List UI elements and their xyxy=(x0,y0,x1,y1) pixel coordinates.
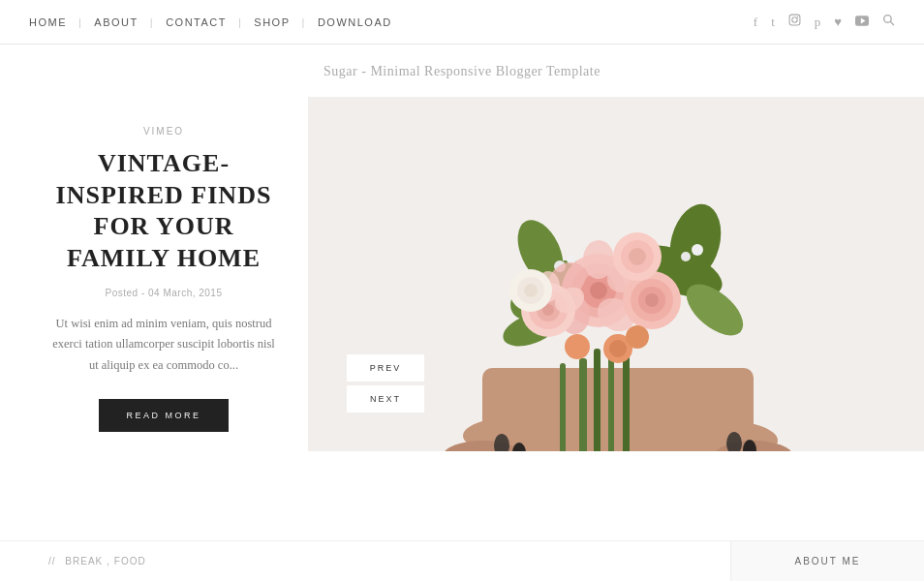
post-excerpt: Ut wisi enim ad minim veniam, quis nostr… xyxy=(48,314,279,376)
next-button[interactable]: NEXT xyxy=(347,385,424,413)
tag-food[interactable]: FOOD xyxy=(114,556,146,566)
svg-point-27 xyxy=(681,252,691,261)
facebook-icon[interactable]: f xyxy=(754,15,757,30)
svg-point-50 xyxy=(626,325,649,349)
read-more-button[interactable]: READ MORE xyxy=(99,399,228,432)
svg-point-54 xyxy=(524,284,538,297)
header: HOME | ABOUT | CONTACT | SHOP | DOWNLOAD… xyxy=(0,0,924,45)
instagram-icon[interactable] xyxy=(788,14,801,30)
svg-point-32 xyxy=(590,282,607,299)
svg-point-47 xyxy=(645,293,659,307)
post-category: VIMEO xyxy=(143,126,184,137)
youtube-icon[interactable] xyxy=(855,15,869,30)
svg-point-49 xyxy=(609,340,627,357)
svg-point-2 xyxy=(797,16,798,17)
nav-shop[interactable]: SHOP xyxy=(242,16,301,28)
svg-point-5 xyxy=(884,15,892,23)
nav-about[interactable]: ABOUT xyxy=(82,16,149,28)
post-title: VINTAGE-INSPIRED FINDS FOR YOUR FAMILY H… xyxy=(48,148,279,274)
nav-home[interactable]: HOME xyxy=(29,16,78,28)
nav-contact[interactable]: CONTACT xyxy=(154,16,238,28)
svg-rect-17 xyxy=(560,363,566,451)
main-content: VIMEO VINTAGE-INSPIRED FINDS FOR YOUR FA… xyxy=(0,97,924,451)
svg-rect-16 xyxy=(623,353,630,451)
bottom-strip: // BREAK, FOOD ABOUT ME xyxy=(0,540,924,581)
svg-line-6 xyxy=(890,21,894,25)
svg-point-51 xyxy=(565,334,590,359)
svg-rect-14 xyxy=(594,349,601,451)
tag-break[interactable]: BREAK xyxy=(65,556,103,566)
post-info: VIMEO VINTAGE-INSPIRED FINDS FOR YOUR FA… xyxy=(0,97,308,451)
tag-slash: // xyxy=(48,556,56,566)
post-image-area: PREV NEXT xyxy=(308,97,924,451)
svg-rect-13 xyxy=(579,358,587,451)
main-nav: HOME | ABOUT | CONTACT | SHOP | DOWNLOAD xyxy=(29,16,404,28)
svg-point-57 xyxy=(629,248,646,265)
social-nav: f t p ♥ xyxy=(754,14,895,30)
pinterest-icon[interactable]: p xyxy=(815,15,821,30)
heart-icon[interactable]: ♥ xyxy=(834,15,842,30)
post-navigation: PREV NEXT xyxy=(347,354,424,413)
twitter-icon[interactable]: t xyxy=(771,15,775,30)
about-me-box: ABOUT ME xyxy=(730,540,924,581)
about-me-label: ABOUT ME xyxy=(794,556,860,566)
prev-button[interactable]: PREV xyxy=(347,354,424,382)
post-tags: // BREAK, FOOD xyxy=(0,556,150,566)
site-title: Sugar - Minimal Responsive Blogger Templ… xyxy=(0,45,924,97)
svg-rect-0 xyxy=(789,15,800,25)
post-date: Posted - 04 March, 2015 xyxy=(105,288,222,298)
svg-point-1 xyxy=(792,17,797,22)
nav-download[interactable]: DOWNLOAD xyxy=(306,16,404,28)
svg-point-28 xyxy=(692,244,703,256)
search-icon[interactable] xyxy=(882,14,895,30)
